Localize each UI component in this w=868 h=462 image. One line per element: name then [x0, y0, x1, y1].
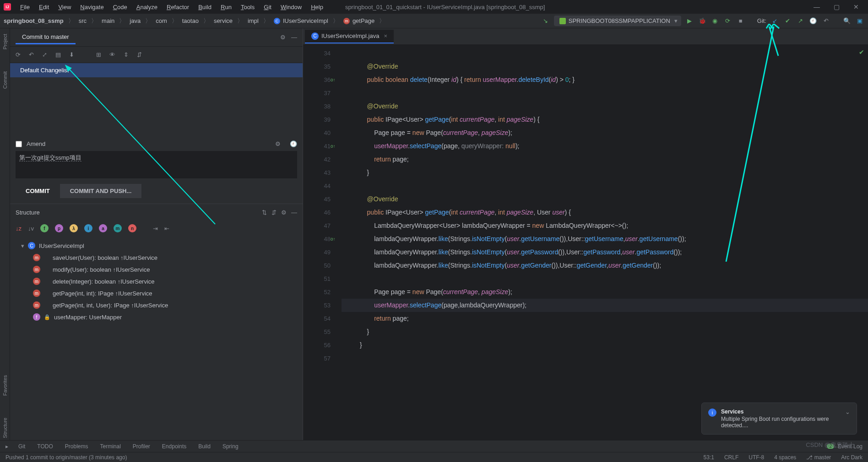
- chevron-down-icon[interactable]: ⌄: [845, 408, 850, 429]
- services-notification[interactable]: i Services Multiple Spring Boot run conf…: [701, 403, 857, 435]
- show-lambda-icon[interactable]: λ: [70, 224, 78, 232]
- code-line[interactable]: userMapper.selectPage(page,lambdaQueryWr…: [342, 299, 868, 312]
- crumb-java[interactable]: java: [130, 17, 141, 24]
- code-line[interactable]: userMapper.selectPage(page, queryWrapper…: [342, 140, 868, 153]
- crumb-getPage[interactable]: getPage: [353, 17, 374, 24]
- run-icon[interactable]: ▶: [685, 16, 694, 26]
- gear-icon[interactable]: ⚙: [275, 140, 281, 147]
- status-item[interactable]: 53:1: [704, 454, 714, 461]
- tool-problems[interactable]: Problems: [65, 443, 88, 450]
- rollback-icon[interactable]: ↶: [29, 51, 34, 58]
- collapse-icon[interactable]: ⇵: [137, 51, 142, 58]
- show-anon-icon[interactable]: a: [99, 224, 107, 232]
- code-line[interactable]: [342, 179, 868, 193]
- refresh-icon[interactable]: ⟳: [16, 51, 21, 58]
- commit-button[interactable]: COMMIT: [16, 184, 60, 198]
- menu-file[interactable]: File: [16, 2, 33, 12]
- code-line[interactable]: }: [342, 338, 868, 352]
- crumb-impl[interactable]: impl: [248, 17, 259, 24]
- show-methods-icon[interactable]: m: [114, 224, 122, 232]
- code-line[interactable]: public boolean delete(Integer id) { retu…: [342, 73, 868, 86]
- menu-edit[interactable]: Edit: [35, 2, 53, 12]
- tool-profiler[interactable]: Profiler: [133, 443, 150, 450]
- code-line[interactable]: lambdaQueryWrapper.like(Strings.isNotEmp…: [342, 259, 868, 272]
- git-push-icon[interactable]: ↗: [796, 16, 805, 26]
- code-line[interactable]: LambdaQueryWrapper<User> lambdaQueryWrap…: [342, 219, 868, 232]
- menu-tools[interactable]: Tools: [237, 2, 258, 12]
- show-fields-icon[interactable]: f: [40, 224, 49, 232]
- code-line[interactable]: [342, 272, 868, 285]
- code-line[interactable]: Page page = new Page(currentPage, pageSi…: [342, 126, 868, 140]
- favorites-tool-button[interactable]: Favorites: [2, 373, 8, 398]
- menu-view[interactable]: View: [54, 2, 75, 12]
- tool-spring[interactable]: Spring: [222, 443, 239, 450]
- crumb-com[interactable]: com: [156, 17, 167, 24]
- code-line[interactable]: [342, 47, 868, 60]
- show-nonpublic-icon[interactable]: n: [128, 224, 136, 232]
- crumb-src[interactable]: src: [79, 17, 87, 24]
- commit-tool-button[interactable]: Commit: [2, 70, 8, 91]
- structure-item[interactable]: m delete(Integer): boolean ↑IUserService: [10, 275, 303, 287]
- autoscroll-from-icon[interactable]: ⇤: [164, 225, 169, 232]
- code-line[interactable]: }: [342, 166, 868, 179]
- breadcrumb[interactable]: springboot_08_ssmp〉src〉main〉java〉com〉tao…: [4, 17, 388, 25]
- minimize-icon[interactable]: —: [814, 3, 820, 11]
- code-line[interactable]: @Override: [342, 60, 868, 73]
- menu-code[interactable]: Code: [109, 2, 131, 12]
- code-line[interactable]: @Override: [342, 100, 868, 113]
- code-line[interactable]: @Override: [342, 193, 868, 206]
- changelist-icon[interactable]: ⬇: [69, 51, 74, 58]
- commit-and-push-button[interactable]: COMMIT AND PUSH...: [60, 184, 142, 198]
- structure-item[interactable]: f 🔒 userMapper: UserMapper: [10, 311, 303, 323]
- editor[interactable]: C IUserServiceImpl.java × ✔ 343536373839…: [303, 28, 868, 440]
- crumb-springboot_08_ssmp[interactable]: springboot_08_ssmp: [4, 17, 64, 24]
- menu-git[interactable]: Git: [260, 2, 275, 12]
- menu-help[interactable]: Help: [307, 2, 327, 12]
- view-icon[interactable]: 👁: [109, 51, 115, 58]
- gear-icon[interactable]: ⚙: [280, 34, 286, 41]
- tool-git[interactable]: Git: [18, 443, 25, 450]
- coverage-icon[interactable]: ◉: [711, 16, 720, 26]
- structure-item[interactable]: m saveUser(User): boolean ↑IUserService: [10, 252, 303, 263]
- menu-navigate[interactable]: Navigate: [76, 2, 107, 12]
- code-line[interactable]: [342, 86, 868, 100]
- code-line[interactable]: public IPage<User> getPage(int currentPa…: [342, 113, 868, 126]
- run-config-selector[interactable]: SPRINGBOOT08SSMPAPPLICATION ▾: [554, 16, 681, 26]
- git-rollback-icon[interactable]: ↶: [821, 16, 830, 26]
- profile-icon[interactable]: ⟳: [723, 16, 732, 26]
- file-tab[interactable]: C IUserServiceImpl.java ×: [305, 30, 394, 43]
- filter-icon[interactable]: ⇵: [271, 209, 277, 216]
- close-tab-icon[interactable]: ×: [384, 32, 387, 39]
- tool-endpoints[interactable]: Endpoints: [162, 443, 186, 450]
- amend-checkbox[interactable]: [16, 141, 22, 147]
- status-item[interactable]: Arc Dark: [841, 454, 863, 461]
- project-tool-button[interactable]: Project: [2, 32, 8, 51]
- crumb-main[interactable]: main: [102, 17, 114, 24]
- structure-item[interactable]: m getPage(int, int): IPage ↑IUserService: [10, 287, 303, 299]
- code-line[interactable]: return page;: [342, 312, 868, 325]
- close-icon[interactable]: ✕: [853, 3, 859, 11]
- code-line[interactable]: lambdaQueryWrapper.like(Strings.isNotEmp…: [342, 246, 868, 259]
- maximize-icon[interactable]: ▢: [834, 3, 840, 11]
- tool-terminal[interactable]: Terminal: [100, 443, 120, 450]
- code-line[interactable]: [342, 352, 868, 365]
- debug-icon[interactable]: 🐞: [698, 16, 707, 26]
- structure-item[interactable]: m modify(User): boolean ↑IUserService: [10, 263, 303, 275]
- menu-run[interactable]: Run: [217, 2, 235, 12]
- search-icon[interactable]: 🔍: [842, 16, 852, 26]
- group-icon[interactable]: ⊞: [96, 51, 101, 58]
- git-history-icon[interactable]: 🕘: [808, 16, 818, 26]
- menu-analyze[interactable]: Analyze: [133, 2, 161, 12]
- crumb-taotao[interactable]: taotao: [182, 17, 199, 24]
- hide-icon[interactable]: —: [291, 34, 297, 41]
- status-item[interactable]: 4 spaces: [774, 454, 796, 461]
- sort-visibility-icon[interactable]: ↓v: [28, 225, 34, 232]
- sort-icon[interactable]: ⇅: [262, 209, 267, 216]
- commit-tab[interactable]: Commit to master: [16, 31, 76, 44]
- inspection-ok-icon[interactable]: ✔: [859, 48, 864, 56]
- show-props-icon[interactable]: p: [55, 224, 63, 232]
- menu-window[interactable]: Window: [277, 2, 305, 12]
- structure-root[interactable]: ▾ C IUserServiceImpl: [10, 240, 303, 252]
- diff-icon[interactable]: ⤢: [42, 51, 47, 58]
- status-item[interactable]: ⎇ master: [806, 454, 831, 461]
